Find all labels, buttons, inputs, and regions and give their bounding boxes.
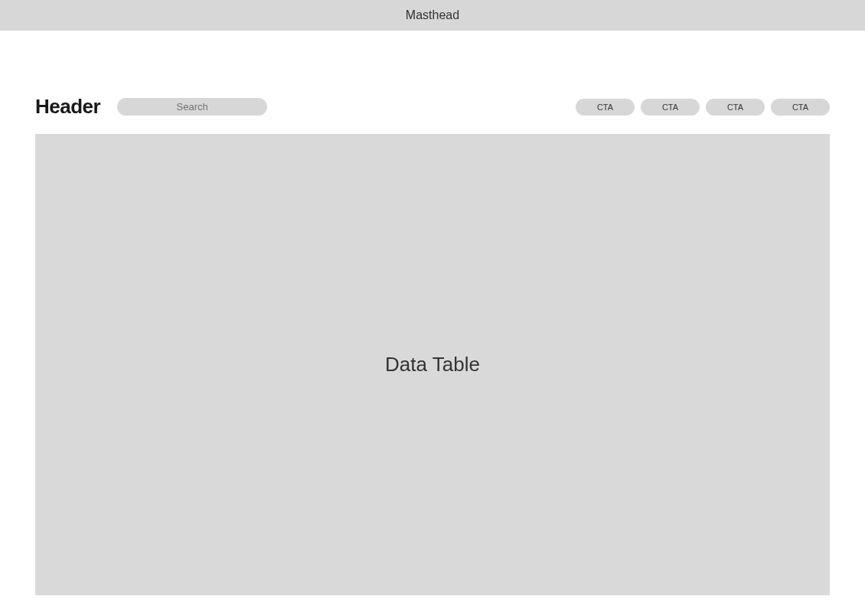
cta-button-3[interactable]: CTA (706, 99, 765, 116)
page-title: Header (35, 95, 100, 119)
cta-button-2[interactable]: CTA (641, 99, 700, 116)
content-wrap: Header CTA CTA CTA CTA Data Table (0, 31, 865, 595)
header-left: Header (35, 95, 267, 119)
cta-button-4[interactable]: CTA (771, 99, 830, 116)
data-table-label: Data Table (385, 353, 480, 376)
header-right: CTA CTA CTA CTA (576, 99, 830, 116)
search-input[interactable] (117, 98, 267, 116)
masthead: Masthead (0, 0, 865, 31)
masthead-label: Masthead (406, 8, 459, 22)
header-row: Header CTA CTA CTA CTA (35, 95, 830, 119)
cta-button-1[interactable]: CTA (576, 99, 635, 116)
data-table: Data Table (35, 134, 830, 595)
